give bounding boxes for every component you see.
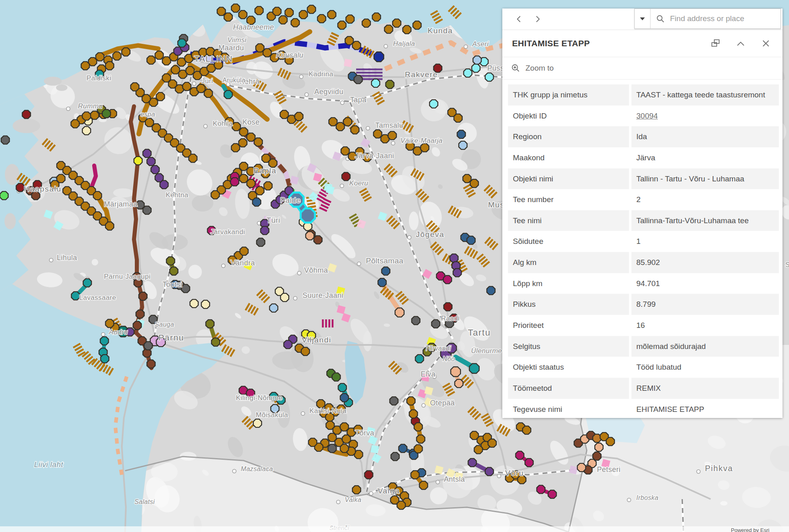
field-row: Tee number2 xyxy=(508,189,779,210)
svg-text:Elva: Elva xyxy=(421,370,436,378)
field-label: Objekti ID xyxy=(508,106,629,127)
field-label: THK grupp ja nimetus xyxy=(508,84,629,106)
field-label: Sõidutee xyxy=(508,231,629,252)
field-value: Tööd lubatud xyxy=(629,357,779,378)
field-row: Objekti ID30094 xyxy=(508,106,779,127)
svg-text:Järva-Jaani: Järva-Jaani xyxy=(355,152,394,160)
svg-text:Audru: Audru xyxy=(108,328,128,336)
svg-text:Lihula: Lihula xyxy=(57,254,78,262)
search-widget xyxy=(634,9,781,29)
field-row: Objekti nimiTallinn - Tartu - Võru - Luh… xyxy=(508,168,779,190)
field-label: Pikkus xyxy=(508,294,629,315)
field-value-link[interactable]: 30094 xyxy=(636,112,658,120)
field-value: 94.701 xyxy=(629,273,779,294)
svg-text:Ülenurme: Ülenurme xyxy=(471,347,502,355)
field-row: Tegevuse nimiEHITAMISE ETAPP xyxy=(508,399,779,418)
field-row: Selgitusmõlemad sõidurajad xyxy=(508,336,779,357)
svg-text:Haabneeme: Haabneeme xyxy=(233,23,274,31)
svg-text:espa: espa xyxy=(141,111,155,118)
svg-text:Kadrina: Kadrina xyxy=(309,70,333,78)
zoom-to-icon xyxy=(511,64,520,73)
field-row: Sõidutee1 xyxy=(508,231,779,252)
field-label: Selgitus xyxy=(508,336,629,357)
field-label: Objekti staatus xyxy=(508,357,629,378)
svg-text:Märjamaa: Märjamaa xyxy=(104,200,138,208)
svg-text:Pärnu: Pärnu xyxy=(158,333,184,342)
field-label: Maakond xyxy=(508,147,629,168)
field-row: Lõpp km94.701 xyxy=(508,273,779,294)
search-input[interactable] xyxy=(669,14,780,24)
svg-text:Lavassaare: Lavassaare xyxy=(79,294,116,302)
field-value: mõlemad sõidurajad xyxy=(629,336,779,357)
svg-text:Petseri: Petseri xyxy=(597,465,620,474)
svg-text:Rummu: Rummu xyxy=(78,102,103,110)
field-value: 8.799 xyxy=(629,294,779,315)
svg-text:Sauga: Sauga xyxy=(155,321,174,328)
field-label: Objekti nimi xyxy=(508,168,629,190)
svg-text:Kohila: Kohila xyxy=(213,120,233,127)
field-label: Tegevuse nimi xyxy=(508,399,629,418)
svg-text:Jõgeva: Jõgeva xyxy=(416,230,444,239)
field-label: Töömeetod xyxy=(508,378,629,399)
field-value: 16 xyxy=(629,315,779,336)
svg-text:Kehtna: Kehtna xyxy=(166,191,188,199)
svg-text:Aseri: Aseri xyxy=(472,40,489,48)
field-label: Lõpp km xyxy=(508,273,629,294)
svg-text:Türi: Türi xyxy=(266,216,280,224)
next-feature-button[interactable] xyxy=(528,12,547,26)
collapse-button[interactable] xyxy=(735,37,747,50)
svg-text:Liivi laht: Liivi laht xyxy=(34,460,63,469)
zoom-to-label: Zoom to xyxy=(525,64,554,73)
field-row: Prioriteet16 xyxy=(508,315,779,336)
svg-text:S: S xyxy=(785,261,789,268)
search-source-dropdown[interactable] xyxy=(635,9,651,28)
svg-text:Haljala: Haljala xyxy=(393,40,415,47)
svg-text:Põltsamaa: Põltsamaa xyxy=(366,256,404,265)
chevron-right-icon xyxy=(534,15,541,23)
field-value: Järva xyxy=(629,147,779,168)
field-row: TöömeetodREMIX xyxy=(508,378,779,399)
svg-text:Kunda: Kunda xyxy=(428,26,453,35)
svg-text:Suure-Jaani: Suure-Jaani xyxy=(303,291,343,299)
field-value: 2 xyxy=(629,189,779,210)
field-label: Regioon xyxy=(508,126,629,147)
svg-text:Tõrva: Tõrva xyxy=(355,429,374,437)
close-button[interactable] xyxy=(760,37,772,50)
field-row: Tee nimiTallinna-Tartu-Võru-Luhamaa tee xyxy=(508,210,779,231)
svg-text:Karksi-Nuia: Karksi-Nuia xyxy=(309,407,346,415)
svg-text:Tapa: Tapa xyxy=(350,96,367,104)
chevron-up-icon xyxy=(736,41,745,46)
svg-text:Väike-Maarja: Väike-Maarja xyxy=(400,137,443,144)
search-field xyxy=(651,9,780,28)
previous-feature-button[interactable] xyxy=(510,12,528,26)
svg-text:Irboska: Irboska xyxy=(636,494,659,501)
field-row: MaakondJärva xyxy=(508,147,779,168)
caret-down-icon xyxy=(640,17,645,20)
field-value: Ida xyxy=(629,126,779,147)
svg-text:Viljandi: Viljandi xyxy=(302,336,331,344)
svg-text:Jüri: Jüri xyxy=(201,77,213,85)
field-row: Alg km85.902 xyxy=(508,252,779,273)
close-icon xyxy=(762,39,770,47)
svg-text:Aegviidu: Aegviidu xyxy=(314,88,343,96)
svg-text:Kuusalu: Kuusalu xyxy=(276,51,303,59)
field-value: TAAST - kattega teede taastusremont xyxy=(629,84,779,106)
popup-attribute-table: THK grupp ja nimetusTAAST - kattega teed… xyxy=(502,80,783,418)
field-value: EHITAMISE ETAPP xyxy=(629,399,779,418)
field-value: 85.902 xyxy=(629,252,779,273)
svg-text:Koeru: Koeru xyxy=(349,179,368,187)
svg-text:Haapsalu: Haapsalu xyxy=(24,185,61,193)
dock-button[interactable] xyxy=(709,37,722,50)
svg-text:Valga: Valga xyxy=(378,487,400,495)
dock-icon xyxy=(711,39,720,48)
svg-text:Kilingi-Nõmme: Kilingi-Nõmme xyxy=(236,394,282,402)
field-value: Tallinna-Tartu-Võru-Luhamaa tee xyxy=(629,210,779,231)
field-value: REMIX xyxy=(629,378,779,399)
svg-text:Tartu: Tartu xyxy=(468,327,491,338)
svg-text:Mazsalaca: Mazsalaca xyxy=(241,465,273,472)
svg-text:Tamsalu: Tamsalu xyxy=(375,121,403,129)
svg-text:Kose: Kose xyxy=(242,118,259,126)
field-value: 1 xyxy=(629,231,779,252)
svg-text:Antsla: Antsla xyxy=(444,475,465,483)
zoom-to-button[interactable]: Zoom to xyxy=(502,57,783,80)
